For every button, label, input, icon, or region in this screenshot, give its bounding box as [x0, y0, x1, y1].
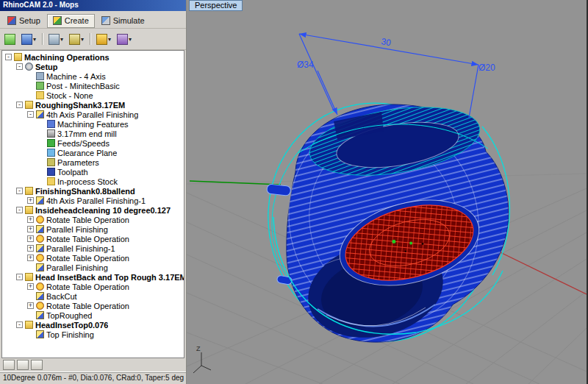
tree-item-label: Parallel Finishing-1 — [46, 244, 115, 253]
material-button[interactable]: ▾ — [115, 30, 134, 48]
axis-tripod — [193, 352, 211, 373]
tree-item[interactable]: Parallel Finishing — [2, 263, 184, 272]
expand-icon[interactable]: + — [27, 245, 34, 252]
tree-options-button[interactable] — [31, 360, 43, 370]
tree-item[interactable]: -4th Axis Parallel Finishing — [2, 110, 184, 119]
tree-item[interactable]: +Parallel Finishing-1 — [2, 243, 184, 253]
expand-icon[interactable]: + — [27, 283, 34, 290]
operation-icon — [36, 292, 44, 300]
machine-icon — [36, 72, 44, 80]
collapse-icon[interactable]: - — [16, 188, 23, 194]
panel-title-bar[interactable]: RhinoCAM 2.0 - Mops — [0, 0, 186, 11]
tree-item[interactable]: +Parallel Finishing — [2, 224, 184, 234]
tree-item[interactable]: -FinishingShank0.8ballend — [2, 186, 184, 196]
stock-icon — [36, 91, 44, 99]
tree-item[interactable]: -HeadInsetTop0.076 — [2, 320, 184, 330]
tree-item-label: Machining Operations — [24, 53, 110, 62]
tree-item[interactable]: Machine - 4 Axis — [2, 71, 184, 81]
expand-icon[interactable]: + — [27, 235, 34, 242]
post-button[interactable]: ▾ — [67, 30, 86, 48]
tree-item[interactable]: Machining Features — [2, 119, 184, 129]
tab-create[interactable]: Create — [47, 14, 95, 28]
tree-item-label: Machine - 4 Axis — [46, 72, 106, 81]
operation-icon — [36, 311, 44, 319]
tree-item-label: Parallel Finishing — [46, 225, 108, 234]
dropdown-arrow-icon[interactable]: ▾ — [81, 36, 84, 43]
collapse-icon[interactable]: - — [16, 321, 23, 328]
tree-item[interactable]: In-process Stock — [2, 177, 184, 186]
dia34-leader — [318, 71, 337, 115]
tree-item-label: Setup — [35, 63, 58, 71]
collapse-icon[interactable]: - — [16, 207, 23, 213]
expand-icon[interactable]: + — [27, 302, 34, 309]
tree-item[interactable]: +Rotate Table Operation — [2, 282, 184, 291]
new-document-icon — [4, 34, 15, 45]
extension-line — [299, 34, 334, 110]
tree-item[interactable]: BackCut — [2, 291, 184, 301]
dropdown-arrow-icon[interactable]: ▾ — [60, 36, 63, 43]
collapse-icon[interactable]: - — [16, 274, 23, 280]
operation-icon — [36, 244, 44, 252]
stock-icon — [47, 177, 55, 185]
shade-toolpath-button[interactable] — [17, 360, 29, 370]
viewport-canvas[interactable]: Ø34 30 Ø20 Z — [187, 0, 587, 384]
tree-item[interactable]: Clearance Plane — [2, 148, 184, 157]
tree-item[interactable]: Parameters — [2, 157, 184, 167]
tree-item-label: Insideheadcleaning 10 degree0.127 — [35, 206, 171, 215]
tree-item[interactable]: Toolpath — [2, 167, 184, 177]
tab-setup[interactable]: Setup — [1, 14, 46, 28]
tree-item[interactable]: +Rotate Table Operation — [2, 234, 184, 243]
viewport-3d[interactable]: Perspective — [187, 0, 588, 384]
tree-item[interactable]: +4th Axis Parallel Finishing-1 — [2, 196, 184, 205]
tree-item[interactable]: Feeds/Speeds — [2, 138, 184, 148]
tree-item[interactable]: -Insideheadcleaning 10 degree0.127 — [2, 205, 184, 215]
tree-item[interactable]: Post - MinitechBasic — [2, 81, 184, 90]
toolbar-separator — [90, 33, 90, 45]
tree-item[interactable]: -Head InsetBack and Top Rough 3.17EM — [2, 272, 184, 282]
machops-icon — [14, 53, 22, 61]
setup-icon — [25, 63, 33, 71]
dropdown-arrow-icon[interactable]: ▾ — [33, 36, 36, 43]
tree-item[interactable]: +Rotate Table Operation — [2, 215, 184, 224]
parameters-icon — [47, 158, 55, 166]
tree-item[interactable]: +Rotate Table Operation — [2, 301, 184, 310]
setup-tab-icon — [7, 16, 16, 25]
dropdown-arrow-icon[interactable]: ▾ — [129, 36, 132, 43]
collapse-icon[interactable]: - — [16, 63, 23, 70]
expand-icon[interactable]: + — [27, 216, 34, 223]
tree-item-label: RoughingShank3.17EM — [35, 101, 125, 110]
tree-item-label: In-process Stock — [57, 177, 118, 186]
tree-item[interactable]: TopRoughed — [2, 310, 184, 320]
save-button[interactable]: ▾ — [19, 30, 38, 48]
tool-icon — [47, 129, 55, 138]
viewport-tab-perspective[interactable]: Perspective — [189, 0, 243, 11]
machine-button[interactable]: ▾ — [46, 30, 65, 48]
extension-line — [469, 65, 478, 118]
collapse-icon[interactable]: - — [16, 102, 23, 108]
folder-icon — [25, 101, 33, 109]
new-document-button[interactable] — [2, 30, 18, 48]
collapse-icon[interactable]: - — [27, 111, 34, 118]
tree-item[interactable]: -Machining Operations — [2, 52, 184, 62]
save-icon — [21, 34, 32, 45]
collapse-icon[interactable]: - — [5, 54, 12, 60]
tree-item[interactable]: Stock - None — [2, 90, 184, 100]
operation-icon — [36, 110, 44, 118]
expand-icon[interactable]: + — [27, 197, 34, 204]
folder-icon — [25, 206, 33, 214]
stock-button[interactable]: ▾ — [94, 30, 113, 48]
expand-icon[interactable]: + — [27, 255, 34, 261]
dim-dia-right-label: Ø20 — [478, 63, 495, 73]
tree-item[interactable]: -RoughingShank3.17EM — [2, 100, 184, 110]
rotate-icon — [36, 254, 44, 262]
regenerate-button[interactable] — [3, 360, 15, 370]
tree-item[interactable]: 3.17mm end mill — [2, 129, 184, 138]
dropdown-arrow-icon[interactable]: ▾ — [108, 36, 111, 43]
tree-item[interactable]: -Setup — [2, 62, 184, 71]
tree-item[interactable]: Top Finishing — [2, 330, 184, 339]
tree-item[interactable]: +Rotate Table Operation — [2, 253, 184, 263]
tab-simulate[interactable]: Simulate — [96, 14, 151, 28]
expand-icon[interactable]: + — [27, 226, 34, 232]
folder-icon — [25, 187, 33, 195]
tree-item-label: 4th Axis Parallel Finishing — [46, 110, 138, 119]
